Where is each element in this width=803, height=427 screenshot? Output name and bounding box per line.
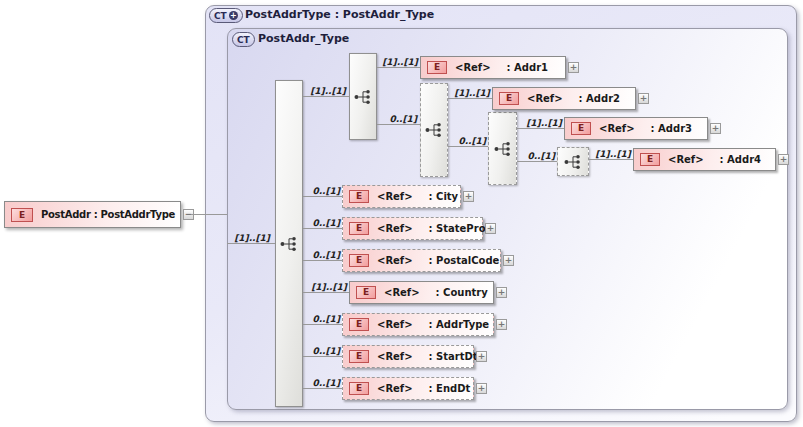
expand-button[interactable]: + — [463, 191, 474, 202]
element-box-addr4[interactable]: E <Ref> : Addr4 — [633, 148, 776, 171]
element-icon: E — [349, 350, 369, 363]
expand-button[interactable]: + — [476, 383, 487, 394]
element-box-addrtype[interactable]: E <Ref> : AddrType — [342, 313, 494, 336]
connector-main-to-seq1 — [303, 96, 349, 97]
cardinality-label: 0..[1] — [300, 250, 340, 260]
cardinality-label: [1]..[1] — [304, 282, 347, 292]
element-row-postalcode: E <Ref> : PostalCode + — [342, 249, 514, 272]
sequence-compositor-1[interactable] — [349, 53, 377, 140]
ct-badge-label: CT — [214, 11, 227, 21]
sequence-compositor-4[interactable] — [557, 147, 589, 176]
expand-button[interactable]: + — [485, 223, 496, 234]
element-row-stateprov: E <Ref> : StateProv + — [342, 217, 496, 240]
expand-button[interactable]: + — [476, 351, 487, 362]
element-icon: E — [11, 208, 33, 222]
element-box-addr2[interactable]: E <Ref> : Addr2 — [492, 87, 636, 110]
element-icon: E — [640, 153, 660, 166]
element-row-enddt: E <Ref> : EndDt + — [342, 377, 487, 400]
cardinality-label: [1]..[1] — [588, 149, 631, 159]
element-icon: E — [356, 286, 376, 299]
connector-main-to-startdt — [303, 356, 342, 357]
root-element-label: PostAddr : PostAddrType — [41, 209, 175, 220]
element-box-country[interactable]: E <Ref> : Country — [349, 281, 494, 304]
element-box-enddt[interactable]: E <Ref> : EndDt — [342, 377, 474, 400]
sequence-icon — [564, 154, 582, 170]
element-ref: <Ref> — [455, 62, 491, 73]
expand-button[interactable]: + — [778, 154, 789, 165]
expand-button[interactable]: + — [496, 287, 507, 298]
element-icon: E — [349, 382, 369, 395]
connector-main-to-enddt — [303, 388, 342, 389]
connector-seq1-to-addr1 — [377, 67, 420, 68]
element-box-stateprov[interactable]: E <Ref> : StateProv — [342, 217, 483, 240]
element-row-addr1: E <Ref> : Addr1 + — [420, 56, 579, 79]
element-ref: <Ref> — [377, 255, 413, 266]
element-box-startdt[interactable]: E <Ref> : StartDt — [342, 345, 474, 368]
complex-type-badge: CT + — [209, 8, 243, 23]
element-ref: <Ref> — [377, 383, 413, 394]
cardinality-label: [1]..[1] — [448, 88, 490, 98]
cardinality-label: 0..[1] — [300, 186, 340, 196]
element-ref: <Ref> — [527, 93, 563, 104]
cardinality-label: [1]..[1] — [519, 118, 562, 128]
cardinality-label: 0..[1] — [300, 378, 340, 388]
element-ref: <Ref> — [668, 154, 704, 165]
element-ref: <Ref> — [599, 123, 635, 134]
element-icon: E — [349, 318, 369, 331]
element-row-country: E <Ref> : Country + — [349, 281, 507, 304]
element-name: : StateProv — [429, 223, 492, 234]
root-element-box[interactable]: E PostAddr : PostAddrType — [4, 201, 181, 228]
root-element-row: E PostAddr : PostAddrType − — [4, 201, 194, 228]
element-name: : Country — [436, 287, 488, 298]
ct-badge-label: CT — [237, 35, 250, 45]
element-icon: E — [349, 222, 369, 235]
schema-diagram: CT + PostAddrType : PostAddr_Type CT Pos… — [0, 0, 803, 427]
element-row-city: E <Ref> : City + — [342, 185, 474, 208]
element-row-addr3: E <Ref> : Addr3 + — [564, 117, 721, 140]
sequence-compositor-2[interactable] — [420, 83, 448, 177]
outer-type-title: PostAddrType : PostAddr_Type — [245, 8, 434, 21]
connector-seq3-to-addr3 — [517, 128, 564, 129]
element-box-addr3[interactable]: E <Ref> : Addr3 — [564, 117, 708, 140]
element-box-addr1[interactable]: E <Ref> : Addr1 — [420, 56, 566, 79]
element-name: : Addr2 — [579, 93, 620, 104]
expand-button[interactable]: + — [710, 123, 721, 134]
expand-button[interactable]: + — [503, 255, 514, 266]
sequence-icon — [425, 122, 443, 138]
connector-seq4-to-addr4 — [589, 159, 633, 160]
element-icon: E — [427, 61, 447, 74]
cardinality-label: 0..[1] — [515, 151, 555, 161]
cardinality-label: 0..[1] — [300, 346, 340, 356]
element-row-addr4: E <Ref> : Addr4 + — [633, 148, 789, 171]
connector-seq2-to-seq3 — [448, 146, 488, 147]
element-ref: <Ref> — [377, 319, 413, 330]
connector-main-to-country — [303, 292, 349, 293]
connector-main-to-postalcode — [303, 260, 342, 261]
connector-main-to-city — [303, 196, 342, 197]
base-type-badge: CT — [232, 32, 255, 47]
element-ref: <Ref> — [377, 191, 413, 202]
expand-button[interactable]: + — [496, 319, 507, 330]
cardinality-label: [1]..[1] — [377, 57, 418, 67]
inner-type-title: PostAddr_Type — [258, 32, 349, 45]
connector-to-main-sequence — [227, 243, 275, 244]
sequence-compositor-main[interactable] — [275, 80, 303, 407]
sequence-compositor-3[interactable] — [488, 112, 517, 185]
cardinality-label: [1]..[1] — [306, 86, 346, 96]
element-row-addr2: E <Ref> : Addr2 + — [492, 87, 649, 110]
element-icon: E — [349, 190, 369, 203]
expand-button[interactable]: + — [568, 62, 579, 73]
element-name: : Addr3 — [651, 123, 692, 134]
element-box-postalcode[interactable]: E <Ref> : PostalCode — [342, 249, 501, 272]
cardinality-label: 0..[1] — [300, 218, 340, 228]
element-icon: E — [571, 122, 591, 135]
element-box-city[interactable]: E <Ref> : City — [342, 185, 461, 208]
connector-root-to-type — [191, 214, 227, 215]
cardinality-label: 0..[1] — [446, 136, 486, 146]
element-name: : AddrType — [429, 319, 490, 330]
element-row-startdt: E <Ref> : StartDt + — [342, 345, 487, 368]
cardinality-label: [1]..[1] — [230, 233, 270, 243]
element-name: : EndDt — [429, 383, 471, 394]
expand-button[interactable]: + — [638, 93, 649, 104]
element-ref: <Ref> — [384, 287, 420, 298]
